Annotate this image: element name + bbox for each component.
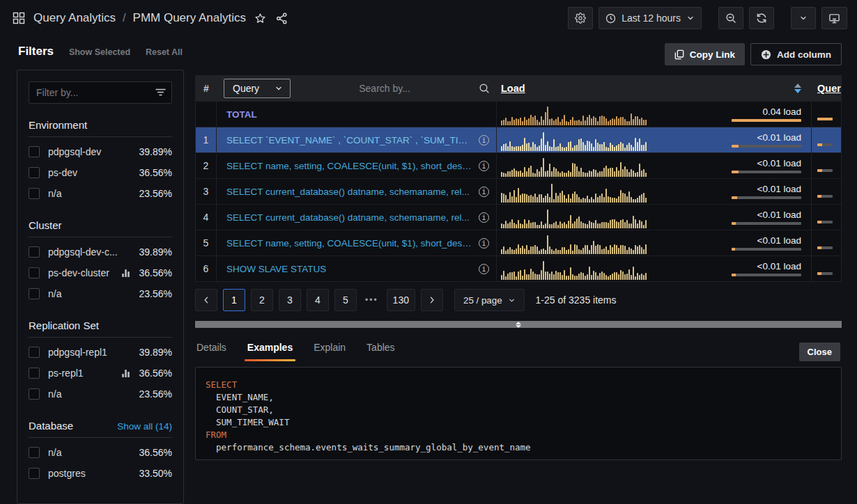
main-panel: Copy Link Add column # Query xyxy=(195,36,842,460)
zoom-out-button[interactable] xyxy=(718,7,743,29)
filter-checkbox[interactable] xyxy=(29,246,40,258)
table-row[interactable]: 4 SELECT current_database() datname, sch… xyxy=(196,204,841,230)
filter-checkbox[interactable] xyxy=(29,167,40,178)
query-link[interactable]: SELECT current_database() datname, schem… xyxy=(226,187,470,197)
filter-item-label: n/a xyxy=(48,388,134,400)
copy-link-button[interactable]: Copy Link xyxy=(665,43,745,65)
filter-item[interactable]: ps-dev-cluster 36.56% xyxy=(29,262,172,283)
filter-checkbox[interactable] xyxy=(29,146,40,157)
column-header-query-count[interactable]: Quer xyxy=(817,83,841,94)
filter-item-label: ps-dev-cluster xyxy=(48,267,119,278)
table-row-total[interactable]: TOTAL 0.04 load xyxy=(196,101,841,127)
page-button[interactable]: 4 xyxy=(307,289,329,311)
time-range-picker[interactable]: Last 12 hours xyxy=(599,7,702,29)
info-icon[interactable]: i xyxy=(479,135,489,145)
query-link[interactable]: SHOW SLAVE STATUS xyxy=(226,264,326,274)
refresh-interval-dropdown[interactable] xyxy=(791,7,816,29)
table-search-input[interactable] xyxy=(291,83,479,94)
add-column-button[interactable]: Add column xyxy=(750,43,842,65)
filter-checkbox[interactable] xyxy=(29,368,40,379)
row-number xyxy=(196,102,217,127)
table-row[interactable]: 2 SELECT name, setting, COALESCE(unit, $… xyxy=(196,152,841,178)
tab-details[interactable]: Details xyxy=(196,342,226,361)
info-icon[interactable]: i xyxy=(479,187,489,197)
reset-all-link[interactable]: Reset All xyxy=(146,47,183,57)
filter-item[interactable]: ps-repl1 36.56% xyxy=(29,363,172,384)
filter-checkbox[interactable] xyxy=(29,388,40,400)
filter-item[interactable]: n/a 23.56% xyxy=(29,183,172,204)
filter-item-percent: 39.89% xyxy=(139,347,172,358)
filter-item[interactable]: n/a 36.56% xyxy=(29,442,172,463)
table-row[interactable]: 1 SELECT `EVENT_NAME` , `COUNT_STAR` , `… xyxy=(196,127,841,152)
breadcrumb-page[interactable]: PMM Query Analytics xyxy=(133,11,247,25)
filter-item[interactable]: pdpgsql-dev-c... 39.89% xyxy=(29,242,172,262)
filter-item[interactable]: n/a 23.56% xyxy=(29,283,172,304)
filter-checkbox[interactable] xyxy=(29,288,40,299)
filter-checkbox[interactable] xyxy=(29,347,40,358)
page-button[interactable]: 1 xyxy=(223,289,245,311)
share-icon[interactable] xyxy=(275,11,289,26)
search-icon[interactable] xyxy=(479,83,490,94)
tab-explain[interactable]: Explain xyxy=(314,342,346,361)
sql-example-code: SELECT EVENT_NAME, COUNT_STAR, SUM_TIMER… xyxy=(195,367,842,460)
info-icon[interactable]: i xyxy=(479,161,489,171)
dimension-select[interactable]: Query xyxy=(224,79,291,98)
query-link[interactable]: SELECT name, setting, COALESCE(unit, $1)… xyxy=(226,238,473,249)
star-icon[interactable] xyxy=(253,11,268,26)
dashboard-settings-button[interactable] xyxy=(568,7,593,29)
table-header: # Query xyxy=(196,76,841,101)
mini-bar-chart-icon[interactable] xyxy=(122,370,130,377)
page-button[interactable]: 2 xyxy=(251,289,273,311)
filter-checkbox[interactable] xyxy=(29,267,40,278)
query-link[interactable]: SELECT current_database() datname, schem… xyxy=(226,212,470,223)
last-page-button[interactable]: 130 xyxy=(387,289,415,311)
table-row[interactable]: 5 SELECT name, setting, COALESCE(unit, $… xyxy=(196,230,841,255)
panel-splitter[interactable] xyxy=(195,321,842,328)
sql-line: SELECT xyxy=(206,379,831,391)
query-link[interactable]: SELECT name, setting, COALESCE(unit, $1)… xyxy=(226,161,473,171)
query-count-bar xyxy=(817,195,833,198)
sort-icon[interactable] xyxy=(794,84,801,93)
tab-tables[interactable]: Tables xyxy=(366,342,394,361)
row-number: 1 xyxy=(196,127,217,152)
breadcrumb-section[interactable]: Query Analytics xyxy=(33,11,116,25)
filter-item[interactable]: pdpgsql-repl1 39.89% xyxy=(29,342,172,363)
page-button[interactable]: 5 xyxy=(334,289,357,311)
apps-grid-icon[interactable] xyxy=(11,10,26,26)
page-button[interactable]: 3 xyxy=(279,289,301,311)
row-number: 4 xyxy=(196,205,217,230)
filter-checkbox[interactable] xyxy=(29,468,40,479)
filter-checkbox[interactable] xyxy=(29,447,40,458)
kiosk-mode-button[interactable] xyxy=(821,7,847,29)
info-icon[interactable]: i xyxy=(479,238,489,249)
next-page-button[interactable] xyxy=(421,289,443,311)
mini-bar-chart-icon[interactable] xyxy=(122,269,130,277)
filter-item[interactable]: ps-dev 36.56% xyxy=(29,162,172,183)
pagination-ellipsis[interactable]: ••• xyxy=(362,295,381,305)
info-icon[interactable]: i xyxy=(479,212,489,223)
query-link[interactable]: SELECT `EVENT_NAME` , `COUNT_STAR` , `SU… xyxy=(226,135,473,145)
page-size-select[interactable]: 25 / page xyxy=(454,289,525,311)
filter-item-label: ps-dev xyxy=(48,167,134,178)
show-selected-link[interactable]: Show Selected xyxy=(69,47,130,57)
close-button[interactable]: Close xyxy=(799,342,840,361)
table-row[interactable]: 6 SHOW SLAVE STATUS i <0.01 load xyxy=(196,255,841,281)
filter-checkbox[interactable] xyxy=(29,188,40,199)
tab-examples[interactable]: Examples xyxy=(247,342,293,361)
filter-search-input[interactable] xyxy=(29,81,172,104)
filter-item[interactable]: postgres 33.50% xyxy=(29,463,172,484)
filter-item[interactable]: pdpgsql-dev 39.89% xyxy=(29,141,172,162)
prev-page-button[interactable] xyxy=(195,289,217,311)
info-icon[interactable]: i xyxy=(479,264,489,274)
row-number: 5 xyxy=(196,230,217,255)
filter-item-percent: 23.56% xyxy=(139,388,172,400)
column-header-load[interactable]: Load xyxy=(501,83,525,94)
filter-item[interactable]: n/a 23.56% xyxy=(29,384,172,404)
table-rows: 1 SELECT `EVENT_NAME` , `COUNT_STAR` , `… xyxy=(196,127,841,281)
filter-show-all-link[interactable]: Show all (14) xyxy=(117,421,172,432)
load-value: <0.01 load xyxy=(757,158,801,168)
table-row[interactable]: 3 SELECT current_database() datname, sch… xyxy=(196,178,841,204)
load-sparkline xyxy=(501,235,647,254)
refresh-button[interactable] xyxy=(749,7,774,29)
filter-item-list: n/a 36.56% postgres 33.50% xyxy=(29,442,172,484)
